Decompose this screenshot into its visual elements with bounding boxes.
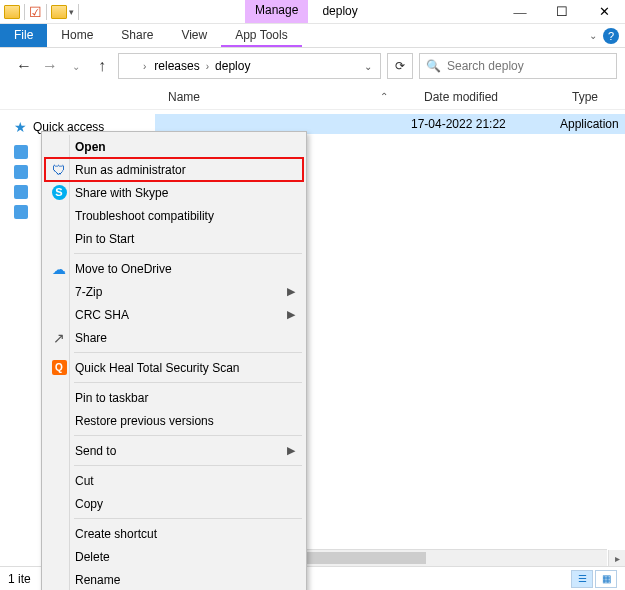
menu-separator (74, 253, 302, 254)
ribbon-tabs: File Home Share View App Tools ⌄ ? (0, 24, 625, 48)
blank-icon (49, 442, 69, 460)
details-view-button[interactable]: ☰ (571, 570, 593, 588)
menu-item-label: Delete (69, 550, 110, 564)
contextual-tab-label: Manage (245, 0, 308, 23)
menu-item-label: Share (69, 331, 107, 345)
folder-icon (123, 59, 139, 73)
menu-separator (74, 352, 302, 353)
search-icon: 🔍 (426, 59, 441, 73)
menu-item-label: Copy (69, 497, 103, 511)
blank-icon (49, 230, 69, 248)
breadcrumb-segment[interactable]: deploy (211, 57, 254, 75)
blank-icon (49, 525, 69, 543)
menu-item-label: Rename (69, 573, 120, 587)
large-icons-view-button[interactable]: ▦ (595, 570, 617, 588)
menu-item-rename[interactable]: Rename (45, 568, 303, 590)
search-placeholder: Search deploy (447, 59, 524, 73)
menu-item-pin-start[interactable]: Pin to Start (45, 227, 303, 250)
qat-customize-icon[interactable]: ▾ (69, 7, 74, 17)
quickheal-icon: Q (49, 359, 69, 377)
blank-icon (49, 389, 69, 407)
menu-item-troubleshoot[interactable]: Troubleshoot compatibility (45, 204, 303, 227)
window-controls (499, 0, 625, 23)
quick-access-toolbar: ☑ ▾ (0, 0, 85, 23)
app-tools-tab[interactable]: App Tools (221, 24, 301, 47)
breadcrumb: releases › deploy (150, 57, 254, 75)
menu-item-label: 7-Zip (69, 285, 102, 299)
separator (24, 4, 25, 20)
minimize-button[interactable] (499, 0, 541, 23)
menu-item-label: CRC SHA (69, 308, 129, 322)
up-button[interactable]: ↑ (92, 57, 112, 75)
drive-icon (14, 165, 28, 179)
column-headers: Name ⌃ Date modified Type (0, 84, 625, 110)
title-bar: ☑ ▾ Manage deploy (0, 0, 625, 24)
blank-icon (49, 571, 69, 589)
help-icon[interactable]: ? (603, 28, 619, 44)
menu-item-label: Quick Heal Total Security Scan (69, 361, 240, 375)
skype-icon: S (49, 184, 69, 202)
close-button[interactable] (583, 0, 625, 23)
cloud-icon: ☁ (49, 260, 69, 278)
chevron-right-icon[interactable]: › (206, 61, 209, 72)
properties-qat-icon[interactable]: ☑ (29, 4, 42, 20)
sort-indicator-icon: ⌃ (380, 91, 408, 102)
menu-item-label: Pin to taskbar (69, 391, 148, 405)
menu-item-label: Open (69, 140, 106, 154)
address-history-icon[interactable]: ⌄ (360, 61, 376, 72)
menu-separator (74, 465, 302, 466)
column-header-name[interactable]: Name ⌃ (160, 90, 416, 104)
menu-item-label: Pin to Start (69, 232, 134, 246)
address-bar[interactable]: › releases › deploy ⌄ (118, 53, 381, 79)
menu-item-run-as-admin[interactable]: 🛡Run as administrator (45, 158, 303, 181)
blank-icon (49, 495, 69, 513)
share-tab[interactable]: Share (107, 24, 167, 47)
menu-item-7zip[interactable]: 7-Zip▶ (45, 280, 303, 303)
menu-separator (74, 435, 302, 436)
menu-item-onedrive[interactable]: ☁Move to OneDrive (45, 257, 303, 280)
menu-item-label: Troubleshoot compatibility (69, 209, 214, 223)
menu-item-shortcut[interactable]: Create shortcut (45, 522, 303, 545)
ribbon-expand-icon[interactable]: ⌄ (589, 30, 597, 41)
menu-item-restore[interactable]: Restore previous versions (45, 409, 303, 432)
menu-item-cut[interactable]: Cut (45, 469, 303, 492)
menu-item-label: Create shortcut (69, 527, 157, 541)
folder-icon (4, 5, 20, 19)
menu-item-label: Run as administrator (69, 163, 186, 177)
back-button[interactable]: ← (14, 57, 34, 75)
menu-item-label: Share with Skype (69, 186, 168, 200)
menu-item-sendto[interactable]: Send to▶ (45, 439, 303, 462)
column-label: Name (168, 90, 200, 104)
context-menu: Open🛡Run as administratorSShare with Sky… (41, 131, 307, 590)
menu-item-delete[interactable]: Delete (45, 545, 303, 568)
scroll-right-icon[interactable]: ▸ (608, 550, 625, 566)
menu-item-share[interactable]: ↗Share (45, 326, 303, 349)
menu-item-copy[interactable]: Copy (45, 492, 303, 515)
blank-icon (49, 472, 69, 490)
menu-item-crc[interactable]: CRC SHA▶ (45, 303, 303, 326)
column-header-type[interactable]: Type (564, 90, 625, 104)
menu-item-quickheal[interactable]: QQuick Heal Total Security Scan (45, 356, 303, 379)
submenu-arrow-icon: ▶ (287, 308, 295, 321)
separator (46, 4, 47, 20)
menu-item-pin-taskbar[interactable]: Pin to taskbar (45, 386, 303, 409)
breadcrumb-segment[interactable]: releases (150, 57, 203, 75)
menu-item-open[interactable]: Open (45, 135, 303, 158)
blank-icon (49, 207, 69, 225)
chevron-right-icon[interactable]: › (143, 61, 146, 72)
maximize-button[interactable] (541, 0, 583, 23)
file-tab[interactable]: File (0, 24, 47, 47)
new-folder-qat-icon[interactable] (51, 5, 67, 19)
forward-button[interactable]: → (40, 57, 60, 75)
status-text: 1 ite (8, 572, 31, 586)
column-header-date[interactable]: Date modified (416, 90, 564, 104)
separator (78, 4, 79, 20)
recent-locations-icon[interactable]: ⌄ (66, 61, 86, 72)
menu-separator (74, 518, 302, 519)
home-tab[interactable]: Home (47, 24, 107, 47)
view-tab[interactable]: View (167, 24, 221, 47)
menu-item-share-skype[interactable]: SShare with Skype (45, 181, 303, 204)
search-box[interactable]: 🔍 Search deploy (419, 53, 617, 79)
navigation-bar: ← → ⌄ ↑ › releases › deploy ⌄ ⟳ 🔍 Search… (0, 48, 625, 84)
refresh-button[interactable]: ⟳ (387, 53, 413, 79)
